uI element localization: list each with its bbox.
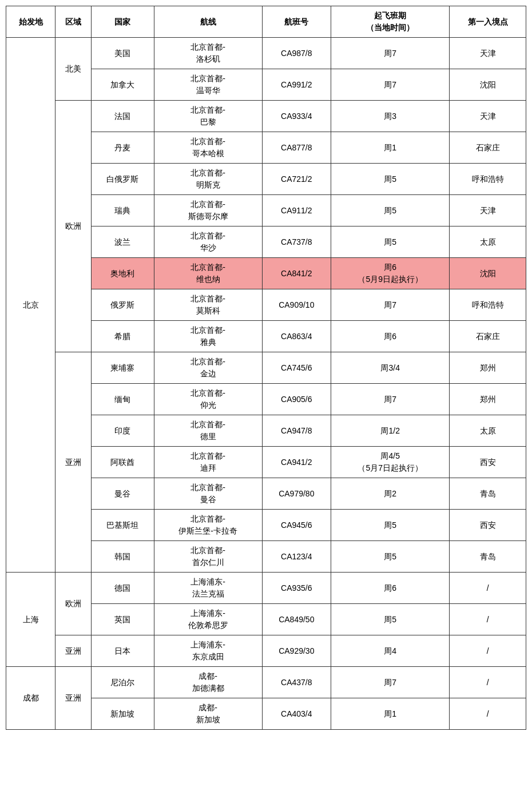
cell-country: 德国 — [91, 573, 154, 604]
cell-route: 北京首都- 巴黎 — [154, 101, 262, 132]
cell-entry: 西安 — [450, 510, 526, 541]
cell-entry: / — [450, 573, 526, 604]
cell-flight: CA437/8 — [262, 667, 331, 698]
cell-entry: 天津 — [450, 38, 526, 69]
cell-region: 欧洲 — [55, 573, 92, 635]
cell-country: 奥地利 — [91, 258, 154, 289]
header-schedule: 起飞班期 （当地时间） — [331, 6, 450, 38]
cell-route: 上海浦东- 东京成田 — [154, 635, 262, 667]
cell-route: 上海浦东- 伦敦希思罗 — [154, 604, 262, 635]
cell-entry: / — [450, 667, 526, 698]
cell-country: 瑞典 — [91, 195, 154, 226]
cell-entry: 石家庄 — [450, 132, 526, 164]
cell-entry: 太原 — [450, 226, 526, 258]
cell-country: 法国 — [91, 101, 154, 132]
cell-route: 北京首都- 雅典 — [154, 321, 262, 352]
cell-route: 北京首都- 洛杉矶 — [154, 38, 262, 69]
cell-route: 北京首都- 金边 — [154, 352, 262, 384]
cell-entry: 天津 — [450, 195, 526, 226]
cell-schedule: 周7 — [331, 384, 450, 415]
cell-region: 亚洲 — [55, 352, 92, 573]
cell-country: 新加坡 — [91, 698, 154, 730]
cell-flight: CA933/4 — [262, 101, 331, 132]
cell-entry: / — [450, 635, 526, 667]
cell-flight: CA911/2 — [262, 195, 331, 226]
cell-country: 韩国 — [91, 541, 154, 573]
cell-route: 北京首都- 莫斯科 — [154, 289, 262, 321]
cell-country: 曼谷 — [91, 478, 154, 510]
cell-flight: CA935/6 — [262, 573, 331, 604]
cell-entry: / — [450, 698, 526, 730]
cell-route: 北京首都- 曼谷 — [154, 478, 262, 510]
cell-entry: 天津 — [450, 101, 526, 132]
cell-country: 尼泊尔 — [91, 667, 154, 698]
cell-schedule: 周1 — [331, 132, 450, 164]
cell-country: 印度 — [91, 415, 154, 447]
cell-country: 俄罗斯 — [91, 289, 154, 321]
cell-flight: CA863/4 — [262, 321, 331, 352]
cell-schedule: 周5 — [331, 510, 450, 541]
cell-region: 亚洲 — [55, 667, 92, 730]
cell-origin: 成都 — [6, 667, 55, 730]
table-row: 亚洲柬埔寨北京首都- 金边CA745/6周3/4郑州 — [6, 352, 526, 384]
cell-origin: 上海 — [6, 573, 55, 667]
cell-country: 美国 — [91, 38, 154, 69]
cell-entry: 呼和浩特 — [450, 289, 526, 321]
cell-country: 加拿大 — [91, 69, 154, 101]
cell-flight: CA979/80 — [262, 478, 331, 510]
cell-route: 北京首都- 迪拜 — [154, 447, 262, 478]
cell-route: 北京首都- 维也纳 — [154, 258, 262, 289]
cell-schedule: 周4/5 （5月7日起执行） — [331, 447, 450, 478]
table-row: 北京北美美国北京首都- 洛杉矶CA987/8周7天津 — [6, 38, 526, 69]
cell-schedule: 周7 — [331, 69, 450, 101]
cell-flight: CA877/8 — [262, 132, 331, 164]
cell-flight: CA745/6 — [262, 352, 331, 384]
header-entry: 第一入境点 — [450, 6, 526, 38]
header-row: 始发地 区域 国家 航线 航班号 起飞班期 （当地时间） 第一入境点 — [6, 6, 526, 38]
cell-entry: 太原 — [450, 415, 526, 447]
cell-country: 日本 — [91, 635, 154, 667]
cell-flight: CA945/6 — [262, 510, 331, 541]
cell-schedule: 周1 — [331, 698, 450, 730]
cell-region: 北美 — [55, 38, 92, 101]
cell-country: 英国 — [91, 604, 154, 635]
header-country: 国家 — [91, 6, 154, 38]
cell-flight: CA737/8 — [262, 226, 331, 258]
cell-entry: 青岛 — [450, 478, 526, 510]
cell-region: 欧洲 — [55, 101, 92, 352]
cell-schedule: 周3/4 — [331, 352, 450, 384]
cell-entry: 西安 — [450, 447, 526, 478]
cell-flight: CA929/30 — [262, 635, 331, 667]
cell-entry: 呼和浩特 — [450, 164, 526, 195]
cell-route: 北京首都- 德里 — [154, 415, 262, 447]
cell-route: 北京首都- 首尔仁川 — [154, 541, 262, 573]
header-region: 区域 — [55, 6, 92, 38]
cell-flight: CA947/8 — [262, 415, 331, 447]
cell-schedule: 周6 — [331, 573, 450, 604]
cell-flight: CA905/6 — [262, 384, 331, 415]
cell-region: 亚洲 — [55, 635, 92, 667]
cell-entry: 石家庄 — [450, 321, 526, 352]
cell-schedule: 周5 — [331, 226, 450, 258]
cell-route: 成都- 新加坡 — [154, 698, 262, 730]
cell-route: 北京首都- 明斯克 — [154, 164, 262, 195]
cell-schedule: 周7 — [331, 289, 450, 321]
flight-table: 始发地 区域 国家 航线 航班号 起飞班期 （当地时间） 第一入境点 北京北美美… — [6, 6, 526, 730]
cell-schedule: 周5 — [331, 195, 450, 226]
cell-entry: 青岛 — [450, 541, 526, 573]
cell-route: 北京首都- 哥本哈根 — [154, 132, 262, 164]
cell-route: 北京首都- 斯德哥尔摩 — [154, 195, 262, 226]
cell-schedule: 周3 — [331, 101, 450, 132]
cell-route: 北京首都- 仰光 — [154, 384, 262, 415]
cell-schedule: 周5 — [331, 164, 450, 195]
header-flight: 航班号 — [262, 6, 331, 38]
cell-country: 白俄罗斯 — [91, 164, 154, 195]
cell-schedule: 周6 （5月9日起执行） — [331, 258, 450, 289]
cell-entry: / — [450, 604, 526, 635]
cell-flight: CA849/50 — [262, 604, 331, 635]
cell-flight: CA909/10 — [262, 289, 331, 321]
table-row: 成都亚洲尼泊尔成都- 加德满都CA437/8周7/ — [6, 667, 526, 698]
cell-entry: 郑州 — [450, 384, 526, 415]
cell-schedule: 周6 — [331, 321, 450, 352]
cell-entry: 沈阳 — [450, 69, 526, 101]
